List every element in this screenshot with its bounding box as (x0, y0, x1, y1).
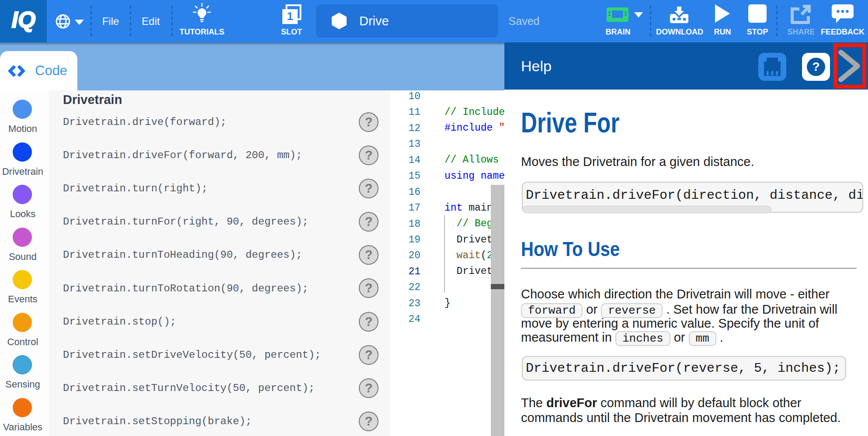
svg-text:1: 1 (287, 10, 293, 23)
